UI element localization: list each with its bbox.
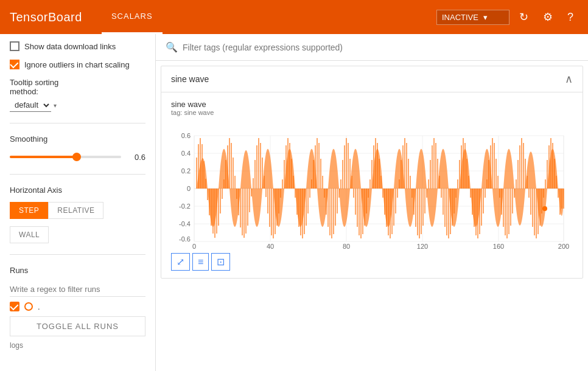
chart-section-title: sine wave [171, 74, 565, 84]
ignore-outliers-checkbox[interactable] [10, 60, 19, 69]
smoothing-slider-track [10, 156, 121, 158]
chart-card-header[interactable]: sine wave ∧ [161, 66, 583, 92]
svg-text:200: 200 [558, 243, 569, 249]
status-label: INACTIVE [442, 13, 478, 22]
tooltip-select-row: default ▾ [10, 99, 145, 112]
ignore-outliers-checkbox-row[interactable]: Ignore outliers in chart scaling [10, 60, 145, 69]
data-view-button[interactable]: ≡ [192, 253, 209, 271]
chart-toolbar: ⤢ ≡ ⊡ [171, 253, 573, 271]
tooltip-select[interactable]: default [10, 99, 51, 112]
smoothing-slider-fill [10, 156, 77, 158]
status-dropdown[interactable]: INACTIVE ▾ [436, 10, 509, 25]
search-input[interactable] [183, 43, 578, 52]
settings-button[interactable]: ⚙ [538, 5, 558, 29]
search-bar: 🔍 [156, 34, 588, 61]
tooltip-sorting-row: Tooltip sortingmethod: default ▾ [10, 78, 145, 112]
divider-1 [10, 123, 145, 123]
last-point-marker [542, 206, 547, 211]
svg-text:0.6: 0.6 [181, 132, 191, 139]
run-dot-icon[interactable] [24, 302, 33, 311]
charts-area: sine wave ∧ sine wave tag: sine wave 0.6… [156, 61, 588, 371]
horizontal-axis-section: Horizontal Axis STEP RELATIVE WALL [10, 186, 145, 243]
run-checkbox[interactable] [10, 302, 19, 311]
fit-chart-button[interactable]: ⊡ [211, 253, 230, 271]
app-logo: TensorBoard [10, 10, 82, 24]
svg-text:-0.2: -0.2 [179, 203, 191, 210]
horizontal-axis-label: Horizontal Axis [10, 186, 145, 195]
dropdown-arrow-icon: ▾ [483, 13, 504, 22]
help-button[interactable]: ? [562, 6, 578, 29]
svg-text:80: 80 [343, 243, 350, 249]
runs-label: Runs [10, 266, 145, 275]
runs-filter-input[interactable] [10, 282, 145, 297]
runs-section: Runs . TOGGLE ALL RUNS logs [10, 266, 145, 350]
chevron-up-icon: ∧ [565, 72, 573, 86]
runs-logs-label: logs [10, 341, 145, 350]
smoothing-row: 0.6 [10, 151, 145, 163]
svg-text:40: 40 [267, 243, 274, 249]
svg-text:160: 160 [493, 243, 504, 249]
chart-svg-wrapper: 0.6 0.4 0.2 0 -0.2 -0.4 -0.6 [171, 121, 573, 251]
axis-buttons-row: STEP RELATIVE [10, 202, 145, 219]
axis-wall-row: WALL [10, 224, 145, 243]
nav-item-scalars[interactable]: SCALARS [102, 0, 163, 34]
ignore-outliers-label: Ignore outliers in chart scaling [24, 60, 130, 69]
sine-wave-card: sine wave ∧ sine wave tag: sine wave 0.6… [161, 66, 583, 279]
refresh-button[interactable]: ↻ [514, 5, 533, 29]
header-right: INACTIVE ▾ ↻ ⚙ ? [436, 5, 578, 29]
svg-text:-0.6: -0.6 [179, 235, 191, 243]
run-item-row: . [10, 302, 145, 311]
smoothing-slider-container [10, 151, 121, 163]
chart-title: sine wave [171, 100, 573, 109]
search-icon: 🔍 [166, 41, 178, 53]
smoothing-label: Smoothing [10, 134, 145, 144]
sine-wave-chart: 0.6 0.4 0.2 0 -0.2 -0.4 -0.6 [171, 121, 573, 249]
show-download-checkbox-row[interactable]: Show data download links [10, 41, 145, 51]
divider-3 [10, 254, 145, 255]
expand-chart-button[interactable]: ⤢ [171, 253, 190, 271]
run-dot-label: . [38, 302, 40, 311]
smoothing-slider-thumb[interactable] [72, 153, 81, 161]
app-header: TensorBoard SCALARS INACTIVE ▾ ↻ ⚙ ? [0, 0, 588, 34]
toggle-all-runs-button[interactable]: TOGGLE ALL RUNS [10, 316, 145, 336]
svg-text:-0.4: -0.4 [179, 220, 191, 227]
show-download-checkbox[interactable] [10, 41, 19, 51]
svg-text:0.4: 0.4 [181, 150, 191, 157]
axis-step-button[interactable]: STEP [10, 202, 48, 219]
smoothing-value: 0.6 [128, 153, 145, 162]
chart-tag: tag: sine wave [171, 109, 573, 116]
sidebar: Show data download links Ignore outliers… [0, 34, 156, 371]
tooltip-sorting-label: Tooltip sortingmethod: [10, 78, 145, 96]
axis-relative-button[interactable]: RELATIVE [48, 202, 103, 219]
svg-text:0.2: 0.2 [181, 167, 191, 175]
svg-text:0: 0 [187, 185, 191, 192]
chart-card-body: sine wave tag: sine wave 0.6 0.4 0.2 0 -… [161, 92, 583, 278]
divider-2 [10, 174, 145, 175]
main-nav: SCALARS [102, 0, 163, 34]
smoothing-section: Smoothing 0.6 [10, 134, 145, 163]
main-content: 🔍 sine wave ∧ sine wave tag: sine wave 0… [156, 34, 588, 371]
axis-wall-button[interactable]: WALL [10, 226, 49, 243]
tooltip-dropdown-arrow-icon: ▾ [54, 102, 57, 109]
show-download-label: Show data download links [24, 42, 116, 51]
svg-text:120: 120 [417, 243, 428, 249]
svg-text:0: 0 [192, 243, 196, 249]
app-body: Show data download links Ignore outliers… [0, 34, 588, 371]
